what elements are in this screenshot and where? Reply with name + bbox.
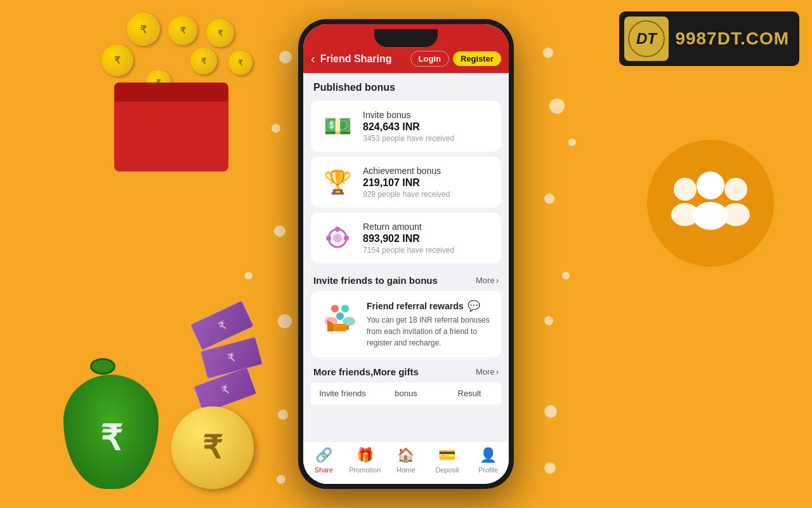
decorative-dot bbox=[279, 51, 292, 64]
nav-label-deposit: Deposit bbox=[435, 466, 459, 474]
more-friends-table: Invite friends bonus Result bbox=[311, 382, 501, 404]
profile-icon: 👤 bbox=[480, 447, 497, 464]
more-friends-title: More friends,More gifts bbox=[313, 366, 419, 377]
svg-point-9 bbox=[333, 234, 342, 243]
svg-point-15 bbox=[336, 312, 344, 320]
table-col-bonus: bonus bbox=[374, 382, 438, 404]
rupee-symbol: ₹ bbox=[100, 418, 122, 458]
svg-point-11 bbox=[344, 236, 349, 241]
decorative-dot bbox=[278, 410, 288, 420]
decorative-dot bbox=[278, 314, 292, 328]
bottom-spacer bbox=[303, 404, 509, 417]
achievement-bonus-info: Achievement bonus 219,107 INR 928 people… bbox=[363, 166, 450, 199]
invite-bonus-icon: 💵 bbox=[321, 110, 354, 143]
invite-more-link[interactable]: More › bbox=[476, 276, 499, 285]
coin-icon: ₹ bbox=[228, 51, 252, 75]
coin-icon: ₹ bbox=[102, 44, 133, 76]
return-amount-info: Return amount 893,902 INR 7154 people ha… bbox=[363, 222, 454, 255]
more-friends-header: More friends,More gifts More › bbox=[303, 358, 509, 382]
referral-title: Friend referral rewards 💬 bbox=[367, 300, 491, 312]
return-amount-card: Return amount 893,902 INR 7154 people ha… bbox=[311, 213, 501, 264]
scroll-content[interactable]: Published bonus 💵 Invite bonus 824,643 I… bbox=[303, 73, 509, 441]
decorative-dot bbox=[544, 405, 557, 418]
nav-item-share[interactable]: 🔗 Share bbox=[303, 447, 344, 474]
invite-bonus-info: Invite bonus 824,643 INR 3453 people hav… bbox=[363, 110, 454, 143]
invite-bonus-people: 3453 people have received bbox=[363, 134, 454, 143]
info-icon: 💬 bbox=[468, 300, 480, 312]
money-bag: ₹ bbox=[63, 358, 159, 489]
money-bag-decoration: ₹ ₹ ₹ ₹ ₹ bbox=[57, 311, 266, 495]
coin-icon: ₹ bbox=[190, 48, 217, 74]
svg-rect-20 bbox=[346, 325, 349, 330]
coin-icon: ₹ bbox=[206, 19, 234, 47]
achievement-bonus-people: 928 people have received bbox=[363, 190, 450, 199]
decorative-dot bbox=[543, 48, 553, 58]
decorative-dot bbox=[549, 98, 565, 114]
phone-screen: ‹ Friend Sharing Login Register Publishe… bbox=[303, 24, 509, 484]
coin-icon: ₹ bbox=[127, 13, 160, 46]
nav-item-deposit[interactable]: 💳 Deposit bbox=[426, 447, 468, 474]
register-button[interactable]: Register bbox=[453, 51, 501, 66]
svg-point-2 bbox=[674, 178, 697, 201]
referral-info: Friend referral rewards 💬 You can get 18… bbox=[367, 300, 491, 349]
brand-logo: DT bbox=[624, 17, 669, 61]
red-box bbox=[114, 95, 228, 171]
purple-notes: ₹ ₹ ₹ bbox=[193, 311, 260, 404]
svg-point-10 bbox=[335, 227, 340, 232]
nav-item-profile[interactable]: 👤 Profile bbox=[468, 447, 509, 474]
invite-section-header: Invite friends to gain bonus More › bbox=[303, 266, 509, 291]
svg-text:DT: DT bbox=[636, 30, 658, 47]
bag-knot bbox=[90, 358, 115, 375]
decorative-dot bbox=[245, 272, 252, 279]
svg-rect-18 bbox=[334, 324, 346, 331]
svg-point-14 bbox=[341, 305, 349, 312]
return-amount-name: Return amount bbox=[363, 222, 454, 232]
nav-label-home: Home bbox=[396, 466, 415, 474]
back-button[interactable]: ‹ bbox=[311, 51, 315, 66]
invite-bonus-name: Invite bonus bbox=[363, 110, 454, 120]
table-col-result: Result bbox=[438, 382, 501, 404]
phone-frame: ‹ Friend Sharing Login Register Publishe… bbox=[298, 19, 514, 489]
table-col-invite: Invite friends bbox=[311, 382, 374, 404]
home-icon: 🏠 bbox=[397, 447, 414, 464]
svg-point-13 bbox=[331, 305, 339, 312]
phone-notch bbox=[374, 29, 438, 47]
login-button[interactable]: Login bbox=[410, 51, 449, 67]
gold-coin: ₹ bbox=[171, 406, 254, 489]
nav-label-profile: Profile bbox=[478, 466, 498, 474]
svg-point-4 bbox=[724, 178, 747, 201]
more-friends-link[interactable]: More › bbox=[476, 367, 499, 377]
nav-item-home[interactable]: 🏠 Home bbox=[386, 447, 427, 474]
nav-item-promotion[interactable]: 🎁 Promotion bbox=[344, 447, 386, 474]
decorative-dot bbox=[544, 316, 553, 325]
invite-title: Invite friends to gain bonus bbox=[313, 275, 438, 286]
referral-description: You can get 18 INR referral bonuses from… bbox=[367, 314, 491, 349]
invite-bonus-card: 💵 Invite bonus 824,643 INR 3453 people h… bbox=[311, 101, 501, 152]
nav-label-share: Share bbox=[315, 466, 333, 474]
decorative-dot bbox=[274, 225, 285, 237]
decorative-dot bbox=[277, 475, 285, 484]
coins-decoration: ₹ ₹ ₹ ₹ ₹ ₹ ₹ bbox=[89, 13, 260, 171]
decorative-dot bbox=[568, 138, 576, 146]
referral-card[interactable]: Friend referral rewards 💬 You can get 18… bbox=[311, 291, 501, 358]
deposit-icon: 💳 bbox=[438, 447, 455, 464]
brand-url: 9987DT.COM bbox=[675, 29, 789, 49]
achievement-bonus-amount: 219,107 INR bbox=[363, 177, 450, 189]
referral-icon bbox=[321, 300, 359, 338]
achievement-bonus-name: Achievement bonus bbox=[363, 166, 450, 176]
nav-label-promotion: Promotion bbox=[349, 466, 381, 474]
decorative-dot bbox=[544, 194, 554, 204]
bottom-navigation: 🔗 Share 🎁 Promotion 🏠 Home 💳 Deposit 👤 P… bbox=[303, 441, 509, 484]
published-bonus-title: Published bonus bbox=[303, 73, 509, 98]
return-amount-people: 7154 people have received bbox=[363, 246, 454, 255]
decorative-dot bbox=[544, 462, 556, 474]
return-amount-amount: 893,902 INR bbox=[363, 233, 454, 244]
achievement-bonus-card: 🏆 Achievement bonus 219,107 INR 928 peop… bbox=[311, 157, 501, 208]
decorative-dot bbox=[272, 124, 280, 133]
page-title: Friend Sharing bbox=[320, 53, 410, 65]
group-circle bbox=[647, 140, 774, 267]
return-amount-icon bbox=[321, 222, 354, 255]
group-people-icon bbox=[666, 165, 755, 241]
promotion-icon: 🎁 bbox=[357, 447, 374, 464]
svg-point-12 bbox=[326, 236, 331, 241]
